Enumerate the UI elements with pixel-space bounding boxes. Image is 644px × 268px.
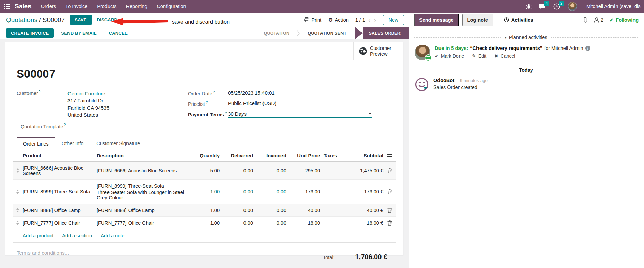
delivered-cell[interactable]: 0.00 (220, 204, 253, 216)
col-subtotal[interactable]: Subtotal (340, 150, 383, 161)
activities-tab[interactable]: Activities (498, 13, 539, 27)
mark-done-button[interactable]: ✔Mark Done (435, 53, 464, 59)
taxes-cell[interactable] (320, 167, 340, 174)
unit-price-cell[interactable]: 295.00 (286, 165, 320, 177)
description-cell[interactable]: [FURN_7777] Office Chair (97, 217, 186, 229)
pricelist-value[interactable]: Public Pricelist (USD) (228, 100, 276, 106)
quantity-cell[interactable]: 1.00 (186, 217, 220, 229)
menu-orders[interactable]: Orders (41, 4, 56, 9)
send-by-email-button[interactable]: SEND BY EMAIL (56, 28, 101, 38)
unit-price-cell[interactable]: 40.00 (286, 204, 320, 216)
product-cell[interactable]: [FURN_7777] Office Chair (23, 217, 97, 229)
send-message-button[interactable]: Send message (414, 14, 459, 26)
activity-clock-icon[interactable]: 2 (553, 3, 560, 10)
menu-configuration[interactable]: Configuration (157, 4, 186, 9)
col-taxes[interactable]: Taxes (320, 150, 340, 161)
invoiced-cell[interactable]: 0.00 (253, 186, 286, 198)
col-unit-price[interactable]: Unit Price (286, 150, 320, 161)
product-cell[interactable]: [FURN_8888] Office Lamp (23, 204, 97, 216)
add-a-note-link[interactable]: Add a note (101, 233, 124, 238)
status-quotation-sent[interactable]: QUOTATION SENT (301, 31, 353, 36)
optional-columns-icon[interactable] (383, 150, 396, 161)
following-button[interactable]: ✔ Following (609, 17, 639, 23)
quantity-cell[interactable]: 1.00 (186, 186, 220, 198)
taxes-cell[interactable] (320, 188, 340, 195)
col-description[interactable]: Description (97, 150, 186, 161)
quantity-cell[interactable]: 1.00 (186, 204, 220, 216)
col-delivered[interactable]: Delivered (220, 150, 253, 161)
drag-handle-icon[interactable] (16, 168, 19, 173)
drag-handle-icon[interactable] (16, 190, 19, 194)
menu-reporting[interactable]: Reporting (126, 4, 148, 9)
description-cell[interactable]: [FURN_6666] Acoustic Bloc Screens (97, 165, 186, 177)
log-note-button[interactable]: Log note (462, 14, 493, 26)
drag-handle-icon[interactable] (16, 208, 19, 212)
customer-preview-button[interactable]: Customer Preview (353, 42, 403, 60)
delete-row-button[interactable] (383, 204, 396, 216)
attachment-paperclip-icon[interactable] (583, 17, 588, 23)
create-invoice-button[interactable]: CREATE INVOICE (6, 28, 54, 38)
delivered-cell[interactable]: 0.00 (220, 217, 253, 229)
apps-grid-icon[interactable] (4, 4, 10, 9)
customer-name-link[interactable]: Gemini Furniture (67, 90, 109, 97)
tab-order-lines[interactable]: Order Lines (17, 137, 55, 150)
activity-due-text: Due in 5 days: (435, 45, 468, 51)
quantity-cell[interactable]: 5.00 (186, 165, 220, 177)
dropdown-caret-icon[interactable] (368, 113, 372, 115)
terms-placeholder[interactable]: Terms and conditions... (17, 250, 69, 261)
tab-customer-signature[interactable]: Customer Signature (90, 137, 147, 150)
app-name[interactable]: Sales (15, 3, 32, 10)
debug-bug-icon[interactable] (526, 4, 532, 9)
cancel-button[interactable]: CANCEL (104, 28, 132, 38)
action-menu-button[interactable]: ⚙ Action (328, 17, 349, 23)
unit-price-cell[interactable]: 173.00 (286, 186, 320, 198)
followers-button[interactable]: 2 (594, 17, 603, 23)
edit-activity-button[interactable]: ✎Edit (472, 53, 486, 59)
invoiced-cell[interactable]: 0.00 (253, 165, 286, 177)
invoiced-cell[interactable]: 0.00 (253, 217, 286, 229)
col-quantity[interactable]: Quantity (186, 150, 220, 161)
delete-row-button[interactable] (383, 165, 396, 177)
breadcrumb-quotations-link[interactable]: Quotations (6, 16, 37, 23)
delete-row-button[interactable] (383, 217, 396, 229)
col-product[interactable]: Product (23, 150, 97, 161)
order-line-row[interactable]: [FURN_7777] Office Chair [FURN_7777] Off… (13, 217, 396, 229)
description-cell[interactable]: [FURN_8888] Office Lamp (97, 204, 186, 216)
delivered-cell[interactable]: 0.00 (220, 165, 253, 177)
info-icon[interactable]: i (585, 46, 590, 51)
order-line-row[interactable]: [FURN_8999] Three-Seat Sofa [FURN_8999] … (13, 180, 396, 204)
order-line-row[interactable]: [FURN_8888] Office Lamp [FURN_8888] Offi… (13, 204, 396, 217)
taxes-cell[interactable] (320, 207, 340, 214)
planned-activities-toggle[interactable]: ▾ Planned activities (505, 35, 547, 40)
invoiced-cell[interactable]: 0.00 (253, 204, 286, 216)
drag-handle-icon[interactable] (16, 221, 19, 225)
save-button[interactable]: SAVE (70, 15, 92, 25)
order-line-row[interactable]: [FURN_6666] Acoustic Bloc Screens [FURN_… (13, 162, 396, 180)
pager-next-icon[interactable]: › (374, 17, 376, 23)
order-date-value[interactable]: 05/25/2023 15:40:01 (228, 90, 275, 96)
menu-to-invoice[interactable]: To Invoice (65, 4, 87, 9)
delete-row-button[interactable] (383, 186, 396, 198)
description-cell[interactable]: [FURN_8999] Three-Seat Sofa Three Seater… (97, 180, 186, 204)
message-author[interactable]: OdooBot (433, 78, 454, 83)
user-avatar[interactable] (568, 2, 577, 11)
cancel-activity-button[interactable]: ✖Cancel (494, 53, 515, 59)
pager-prev-icon[interactable]: ‹ (368, 17, 371, 23)
menu-products[interactable]: Products (97, 4, 116, 9)
quotation-template-input[interactable] (72, 123, 188, 129)
taxes-cell[interactable] (320, 219, 340, 226)
tab-other-info[interactable]: Other Info (55, 137, 90, 150)
add-a-section-link[interactable]: Add a section (62, 233, 92, 238)
product-cell[interactable]: [FURN_8999] Three-Seat Sofa (23, 186, 97, 198)
messages-icon[interactable]: 4 (539, 3, 545, 9)
delivered-cell[interactable]: 0.00 (220, 186, 253, 198)
col-invoiced[interactable]: Invoiced (253, 150, 286, 161)
unit-price-cell[interactable]: 18.00 (286, 217, 320, 229)
add-a-product-link[interactable]: Add a product (23, 233, 53, 238)
payment-terms-input[interactable]: 30 Days (228, 111, 372, 118)
print-button[interactable]: Print (304, 17, 321, 23)
user-name[interactable]: Mitchell Admin (save_discar (586, 4, 641, 9)
status-quotation[interactable]: QUOTATION (257, 31, 296, 36)
product-cell[interactable]: [FURN_6666] Acoustic Bloc Screens (23, 162, 97, 179)
new-button[interactable]: New (383, 15, 404, 25)
